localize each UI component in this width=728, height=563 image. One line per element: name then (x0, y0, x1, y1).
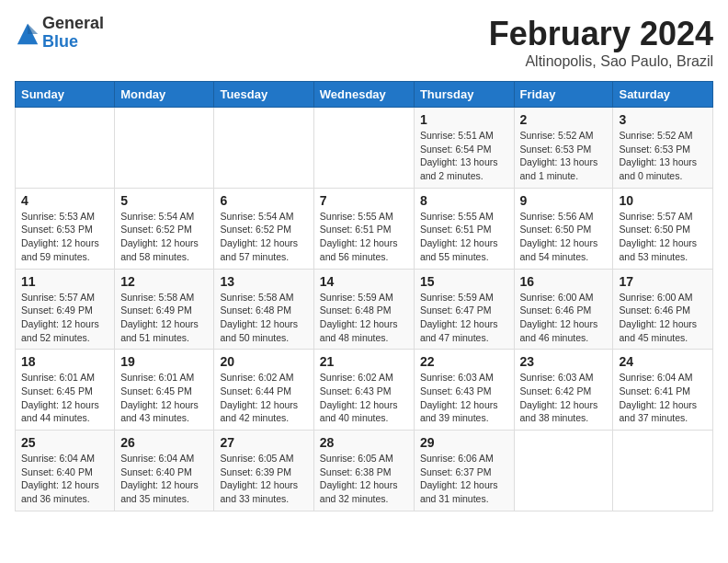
calendar-header: SundayMondayTuesdayWednesdayThursdayFrid… (16, 82, 713, 108)
calendar-cell (313, 108, 414, 189)
calendar-cell (115, 108, 214, 189)
day-number: 2 (520, 112, 608, 127)
calendar-cell (613, 431, 713, 511)
svg-marker-1 (28, 24, 38, 34)
day-number: 21 (320, 354, 408, 369)
day-number: 18 (21, 354, 108, 369)
day-number: 27 (220, 435, 307, 450)
day-number: 13 (220, 274, 307, 289)
calendar-cell: 27Sunrise: 6:05 AM Sunset: 6:39 PM Dayli… (214, 431, 313, 511)
calendar-cell: 16Sunrise: 6:00 AM Sunset: 6:46 PM Dayli… (514, 269, 613, 350)
day-info: Sunrise: 6:03 AM Sunset: 6:42 PM Dayligh… (520, 371, 608, 425)
day-info: Sunrise: 6:02 AM Sunset: 6:44 PM Dayligh… (220, 371, 307, 425)
calendar-day-header: Saturday (613, 82, 713, 108)
calendar-cell (16, 108, 115, 189)
day-number: 19 (120, 354, 208, 369)
day-number: 14 (320, 274, 408, 289)
calendar-table: SundayMondayTuesdayWednesdayThursdayFrid… (15, 81, 713, 511)
calendar-cell: 19Sunrise: 6:01 AM Sunset: 6:45 PM Dayli… (115, 350, 214, 431)
day-info: Sunrise: 6:01 AM Sunset: 6:45 PM Dayligh… (21, 371, 108, 425)
day-number: 24 (619, 354, 707, 369)
calendar-cell: 28Sunrise: 6:05 AM Sunset: 6:38 PM Dayli… (313, 431, 414, 511)
day-info: Sunrise: 5:58 AM Sunset: 6:49 PM Dayligh… (120, 291, 208, 345)
calendar-cell: 12Sunrise: 5:58 AM Sunset: 6:49 PM Dayli… (115, 269, 214, 350)
day-number: 26 (120, 435, 208, 450)
day-info: Sunrise: 5:58 AM Sunset: 6:48 PM Dayligh… (220, 291, 307, 345)
calendar-cell: 17Sunrise: 6:00 AM Sunset: 6:46 PM Dayli… (613, 269, 713, 350)
calendar-cell: 24Sunrise: 6:04 AM Sunset: 6:41 PM Dayli… (613, 350, 713, 431)
calendar-cell: 29Sunrise: 6:06 AM Sunset: 6:37 PM Dayli… (414, 431, 514, 511)
calendar-cell: 6Sunrise: 5:54 AM Sunset: 6:52 PM Daylig… (214, 188, 313, 269)
calendar-cell: 3Sunrise: 5:52 AM Sunset: 6:53 PM Daylig… (613, 108, 713, 189)
calendar-cell: 18Sunrise: 6:01 AM Sunset: 6:45 PM Dayli… (16, 350, 115, 431)
calendar-cell: 8Sunrise: 5:55 AM Sunset: 6:51 PM Daylig… (414, 188, 514, 269)
calendar-body: 1Sunrise: 5:51 AM Sunset: 6:54 PM Daylig… (16, 108, 713, 511)
day-info: Sunrise: 6:04 AM Sunset: 6:41 PM Dayligh… (619, 371, 707, 425)
calendar-cell: 4Sunrise: 5:53 AM Sunset: 6:53 PM Daylig… (16, 188, 115, 269)
day-number: 6 (220, 193, 307, 208)
calendar-day-header: Wednesday (313, 82, 414, 108)
calendar-cell: 21Sunrise: 6:02 AM Sunset: 6:43 PM Dayli… (313, 350, 414, 431)
calendar-day-header: Monday (115, 82, 214, 108)
day-info: Sunrise: 5:53 AM Sunset: 6:53 PM Dayligh… (21, 210, 108, 264)
calendar-week-row: 1Sunrise: 5:51 AM Sunset: 6:54 PM Daylig… (16, 108, 713, 189)
calendar-cell: 15Sunrise: 5:59 AM Sunset: 6:47 PM Dayli… (414, 269, 514, 350)
day-number: 29 (420, 435, 508, 450)
day-number: 11 (21, 274, 108, 289)
logo-icon (15, 21, 40, 47)
day-info: Sunrise: 6:03 AM Sunset: 6:43 PM Dayligh… (420, 371, 508, 425)
page-header: General Blue February 2024 Altinopolis, … (15, 15, 713, 70)
day-info: Sunrise: 5:52 AM Sunset: 6:53 PM Dayligh… (520, 129, 608, 183)
day-info: Sunrise: 6:02 AM Sunset: 6:43 PM Dayligh… (320, 371, 408, 425)
day-info: Sunrise: 5:56 AM Sunset: 6:50 PM Dayligh… (520, 210, 608, 264)
day-number: 5 (120, 193, 208, 208)
day-info: Sunrise: 5:54 AM Sunset: 6:52 PM Dayligh… (120, 210, 208, 264)
calendar-cell: 5Sunrise: 5:54 AM Sunset: 6:52 PM Daylig… (115, 188, 214, 269)
logo: General Blue (15, 15, 104, 52)
calendar-cell: 14Sunrise: 5:59 AM Sunset: 6:48 PM Dayli… (313, 269, 414, 350)
calendar-cell: 26Sunrise: 6:04 AM Sunset: 6:40 PM Dayli… (115, 431, 214, 511)
day-number: 22 (420, 354, 508, 369)
calendar-cell: 20Sunrise: 6:02 AM Sunset: 6:44 PM Dayli… (214, 350, 313, 431)
day-info: Sunrise: 5:57 AM Sunset: 6:49 PM Dayligh… (21, 291, 108, 345)
day-info: Sunrise: 6:00 AM Sunset: 6:46 PM Dayligh… (619, 291, 707, 345)
day-number: 4 (21, 193, 108, 208)
day-info: Sunrise: 5:55 AM Sunset: 6:51 PM Dayligh… (420, 210, 508, 264)
calendar-cell: 9Sunrise: 5:56 AM Sunset: 6:50 PM Daylig… (514, 188, 613, 269)
calendar-cell: 22Sunrise: 6:03 AM Sunset: 6:43 PM Dayli… (414, 350, 514, 431)
calendar-day-header: Thursday (414, 82, 514, 108)
day-info: Sunrise: 5:52 AM Sunset: 6:53 PM Dayligh… (619, 129, 707, 183)
calendar-cell (214, 108, 313, 189)
day-info: Sunrise: 6:04 AM Sunset: 6:40 PM Dayligh… (120, 452, 208, 506)
day-number: 9 (520, 193, 608, 208)
calendar-cell: 10Sunrise: 5:57 AM Sunset: 6:50 PM Dayli… (613, 188, 713, 269)
day-number: 15 (420, 274, 508, 289)
day-info: Sunrise: 6:01 AM Sunset: 6:45 PM Dayligh… (120, 371, 208, 425)
day-number: 12 (120, 274, 208, 289)
calendar-cell: 13Sunrise: 5:58 AM Sunset: 6:48 PM Dayli… (214, 269, 313, 350)
calendar-week-row: 25Sunrise: 6:04 AM Sunset: 6:40 PM Dayli… (16, 431, 713, 511)
day-info: Sunrise: 5:55 AM Sunset: 6:51 PM Dayligh… (320, 210, 408, 264)
day-number: 16 (520, 274, 608, 289)
day-number: 3 (619, 112, 707, 127)
day-number: 7 (320, 193, 408, 208)
day-info: Sunrise: 6:06 AM Sunset: 6:37 PM Dayligh… (420, 452, 508, 506)
calendar-day-header: Tuesday (214, 82, 313, 108)
page-title: February 2024 (489, 15, 713, 53)
calendar-cell (514, 431, 613, 511)
calendar-cell: 7Sunrise: 5:55 AM Sunset: 6:51 PM Daylig… (313, 188, 414, 269)
title-section: February 2024 Altinopolis, Sao Paulo, Br… (489, 15, 713, 70)
calendar-cell: 1Sunrise: 5:51 AM Sunset: 6:54 PM Daylig… (414, 108, 514, 189)
day-info: Sunrise: 5:59 AM Sunset: 6:47 PM Dayligh… (420, 291, 508, 345)
day-number: 8 (420, 193, 508, 208)
calendar-cell: 11Sunrise: 5:57 AM Sunset: 6:49 PM Dayli… (16, 269, 115, 350)
calendar-week-row: 18Sunrise: 6:01 AM Sunset: 6:45 PM Dayli… (16, 350, 713, 431)
day-number: 28 (320, 435, 408, 450)
calendar-day-header: Friday (514, 82, 613, 108)
day-info: Sunrise: 5:57 AM Sunset: 6:50 PM Dayligh… (619, 210, 707, 264)
calendar-day-header: Sunday (16, 82, 115, 108)
day-number: 1 (420, 112, 508, 127)
day-number: 20 (220, 354, 307, 369)
day-info: Sunrise: 6:05 AM Sunset: 6:39 PM Dayligh… (220, 452, 307, 506)
day-number: 25 (21, 435, 108, 450)
